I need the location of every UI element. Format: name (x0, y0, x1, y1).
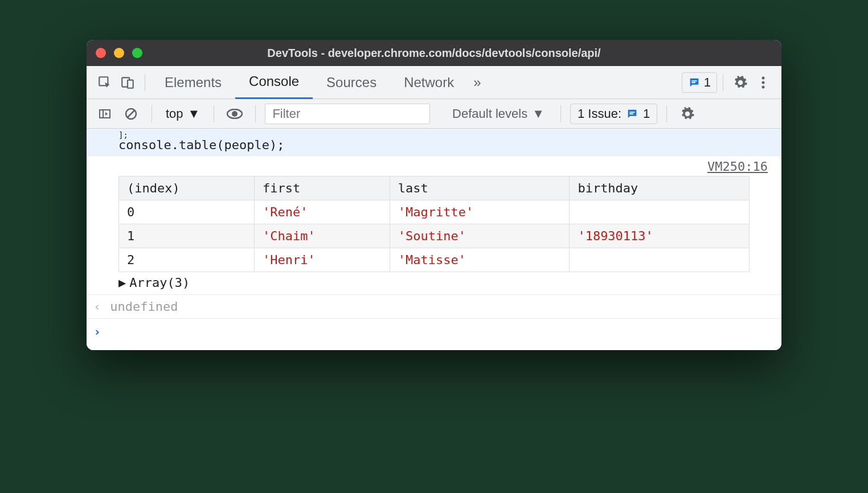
chevron-down-icon: ▼ (188, 106, 200, 121)
tab-elements[interactable]: Elements (151, 66, 235, 99)
result-row: › undefined (87, 294, 781, 319)
svg-point-13 (232, 111, 238, 117)
tab-sources[interactable]: Sources (313, 66, 390, 99)
console-prompt[interactable]: › (87, 319, 781, 350)
console-output: ]; console.table(people); VM250:16 (inde… (87, 129, 781, 350)
svg-point-6 (762, 81, 765, 84)
message-icon (626, 108, 638, 120)
live-expression-icon[interactable] (223, 102, 246, 125)
device-toggle-icon[interactable] (116, 71, 139, 94)
message-icon (688, 76, 701, 89)
cell-index: 1 (119, 224, 255, 248)
issues-button[interactable]: 1 Issue: 1 (570, 104, 657, 124)
divider (152, 105, 152, 122)
cell-birthday (570, 248, 750, 272)
cell-first: 'Henri' (254, 248, 390, 272)
titlebar: DevTools - developer.chrome.com/docs/dev… (87, 40, 781, 66)
filter-input[interactable] (265, 104, 430, 124)
table-row: 1 'Chaim' 'Soutine' '18930113' (119, 224, 750, 248)
window-title: DevTools - developer.chrome.com/docs/dev… (87, 47, 781, 60)
cell-first: 'René' (254, 200, 390, 224)
svg-rect-4 (691, 82, 695, 83)
table-row: 0 'René' 'Magritte' (119, 200, 750, 224)
divider (666, 105, 667, 122)
svg-rect-15 (629, 113, 633, 114)
tab-console[interactable]: Console (235, 66, 313, 99)
divider (255, 105, 256, 122)
more-vert-icon[interactable] (752, 71, 775, 94)
divider (214, 105, 214, 122)
array-label: Array(3) (129, 276, 190, 290)
source-link[interactable]: VM250:16 (707, 159, 768, 174)
cmd-text: console.table(people); (118, 138, 781, 152)
clear-console-icon[interactable] (120, 102, 142, 125)
minimize-icon[interactable] (114, 48, 124, 58)
issues-count: 1 (704, 75, 711, 90)
source-link-row: VM250:16 (87, 156, 781, 174)
svg-rect-8 (100, 110, 110, 118)
levels-label: Default levels (452, 106, 527, 121)
svg-rect-14 (629, 112, 634, 113)
issue-label: 1 Issue: (578, 106, 621, 121)
cmd-fragment: ]; (118, 132, 781, 138)
cell-index: 0 (119, 200, 255, 224)
input-chevron-icon: › (93, 324, 101, 339)
col-last[interactable]: last (390, 176, 570, 200)
console-toolbar: top ▼ Default levels ▼ 1 Issue: 1 (87, 99, 781, 129)
cell-index: 2 (119, 248, 255, 272)
maximize-icon[interactable] (132, 48, 142, 58)
cell-birthday (570, 200, 750, 224)
svg-point-7 (762, 85, 765, 88)
table-row: 2 'Henri' 'Matisse' (119, 248, 750, 272)
context-label: top (166, 106, 183, 121)
sidebar-toggle-icon[interactable] (93, 102, 116, 125)
divider (145, 74, 145, 91)
svg-point-5 (762, 76, 765, 79)
col-birthday[interactable]: birthday (570, 176, 750, 200)
tab-network[interactable]: Network (390, 66, 468, 99)
output-chevron-icon: › (93, 299, 101, 314)
console-command: ]; console.table(people); (87, 129, 781, 156)
panel-tabs: Elements Console Sources Network » 1 (87, 66, 781, 99)
close-icon[interactable] (96, 48, 106, 58)
issues-counter[interactable]: 1 (682, 72, 717, 93)
cell-last: 'Soutine' (390, 224, 570, 248)
svg-rect-2 (128, 80, 133, 88)
svg-rect-3 (691, 80, 697, 81)
triangle-right-icon: ▶ (118, 276, 126, 290)
tab-more[interactable]: » (468, 66, 486, 99)
cell-last: 'Matisse' (390, 248, 570, 272)
col-first[interactable]: first (254, 176, 390, 200)
inspect-element-icon[interactable] (93, 71, 116, 94)
settings-icon[interactable] (729, 71, 752, 94)
log-levels-selector[interactable]: Default levels ▼ (445, 106, 551, 121)
col-index[interactable]: (index) (119, 176, 255, 200)
cell-first: 'Chaim' (254, 224, 390, 248)
result-value: undefined (110, 299, 178, 314)
context-selector[interactable]: top ▼ (161, 106, 204, 121)
cell-last: 'Magritte' (390, 200, 570, 224)
array-expander[interactable]: ▶ Array(3) (118, 276, 781, 290)
divider (560, 105, 561, 122)
traffic-lights (96, 48, 142, 58)
svg-line-11 (128, 110, 134, 117)
divider (723, 74, 723, 91)
cell-birthday: '18930113' (570, 224, 750, 248)
devtools-window: DevTools - developer.chrome.com/docs/dev… (87, 40, 781, 350)
chevron-down-icon: ▼ (532, 106, 544, 121)
console-table: (index) first last birthday 0 'René' 'Ma… (118, 176, 750, 272)
issue-count: 1 (643, 106, 650, 121)
console-settings-icon[interactable] (676, 102, 699, 125)
